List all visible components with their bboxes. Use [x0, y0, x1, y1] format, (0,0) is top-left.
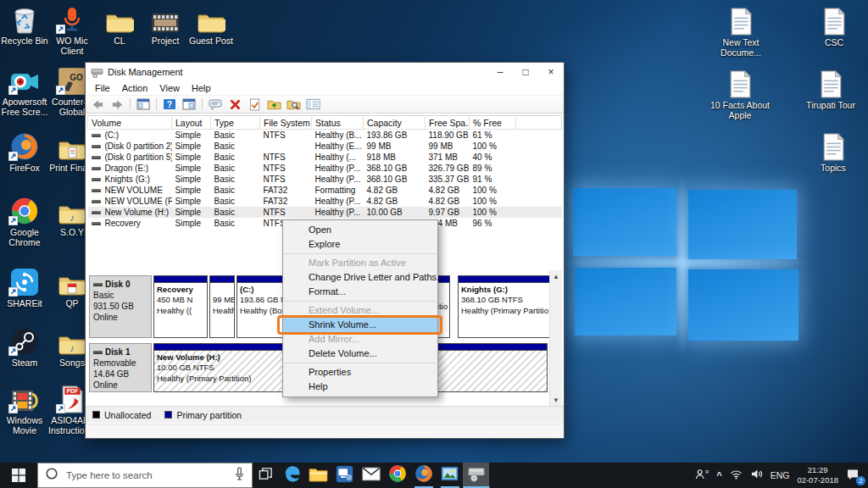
context-menu-item-properties[interactable]: Properties	[283, 365, 437, 380]
menu-help[interactable]: Help	[186, 83, 217, 93]
context-menu-item-open[interactable]: Open	[283, 223, 437, 237]
desktop-icon-guest-post[interactable]: Guest Post	[188, 3, 234, 46]
volume-icon	[92, 200, 101, 203]
vertical-scrollbar[interactable]: ▲ ▼	[549, 270, 562, 406]
cell-volume: (C:)	[88, 130, 172, 141]
partition-knights-g[interactable]: Knights (G:)368.10 GB NTFSHealthy (Prima…	[458, 275, 555, 338]
shortcut-arrow-icon	[8, 347, 18, 356]
taskbar-task-view[interactable]	[253, 463, 279, 488]
desktop-icon-cl[interactable]: CL	[97, 3, 142, 46]
delete-icon[interactable]	[226, 97, 243, 112]
desktop-icon-steam[interactable]: Steam	[1, 325, 48, 368]
disk-label-disk-0[interactable]: Disk 0Basic931.50 GBOnline	[89, 275, 152, 338]
desktop-icon-csc[interactable]: CSC	[804, 5, 865, 47]
volume-row-knights-g[interactable]: Knights (G:)SimpleBasicNTFSHealthy (P...…	[88, 174, 562, 185]
desktop-icon-wo-mic-client[interactable]: WO Mic Client	[48, 3, 96, 57]
column-header-file-system[interactable]: File System	[260, 116, 312, 130]
column-header-status[interactable]: Status	[312, 116, 364, 130]
volume-row-dragon-e[interactable]: Dragon (E:)SimpleBasicNTFSHealthy (P...3…	[88, 163, 562, 174]
volume-row-new-volume[interactable]: NEW VOLUMESimpleBasicFAT32Formatting4.82…	[88, 185, 562, 196]
column-header-capacity[interactable]: Capacity	[364, 116, 426, 130]
taskbar-search-box[interactable]	[37, 463, 253, 488]
context-menu-item-help[interactable]: Help	[283, 380, 437, 394]
partition-status: Health	[213, 306, 231, 316]
menu-view[interactable]: View	[153, 83, 186, 93]
context-menu-item-shrink-volume[interactable]: Shrink Volume...	[283, 318, 437, 332]
volume-row-c[interactable]: (C:)SimpleBasicNTFSHealthy (B...193.86 G…	[88, 130, 562, 141]
menu-action[interactable]: Action	[116, 83, 154, 93]
desktop-icon-google-chrome[interactable]: Google Chrome	[1, 195, 48, 248]
cell-fs: FAT32	[260, 185, 312, 196]
column-header-type[interactable]: Type	[211, 116, 260, 130]
context-menu-item-change-drive-letter-and-paths[interactable]: Change Drive Letter and Paths...	[283, 270, 437, 285]
context-menu-item-delete-volume[interactable]: Delete Volume...	[283, 347, 437, 361]
check-list-icon[interactable]	[246, 97, 263, 112]
desktop-icon-apowersoft-free-scre[interactable]: Apowersoft Free Scre...	[1, 64, 48, 118]
folder-search-icon[interactable]	[285, 97, 302, 112]
folder-up-icon[interactable]	[265, 97, 282, 112]
notifications-icon[interactable]: 2	[846, 469, 861, 482]
taskbar-file-explorer[interactable]	[305, 463, 331, 488]
column-header-volume[interactable]: Volume	[88, 116, 172, 130]
search-mic-icon[interactable]	[234, 467, 245, 485]
desktop-icon-shareit[interactable]: SHAREit	[1, 266, 48, 308]
cell-pct: 89 %	[470, 163, 516, 174]
forward-icon[interactable]	[108, 97, 125, 112]
maximize-button[interactable]: □	[513, 63, 538, 81]
firefox-icon	[415, 464, 433, 486]
desktop-icon-new-text-docume[interactable]: New Text Docume...	[709, 5, 773, 58]
desktop-icon-10-facts-about-apple[interactable]: 10 Facts About Apple	[704, 68, 776, 121]
taskbar-management-console[interactable]	[331, 463, 358, 488]
search-input[interactable]	[64, 469, 228, 481]
details-icon[interactable]	[304, 97, 321, 112]
volume-row-disk-0-partition-2[interactable]: (Disk 0 partition 2)SimpleBasicHealthy (…	[88, 141, 562, 152]
desktop-icon-firefox[interactable]: FireFox	[1, 130, 48, 173]
context-menu-item-format[interactable]: Format...	[283, 285, 437, 299]
start-button[interactable]	[0, 463, 37, 488]
callout-icon[interactable]	[207, 97, 224, 112]
desktop-icon-windows-movie-maker[interactable]: Windows Movie Maker	[1, 383, 48, 437]
desktop-icon-recycle-bin[interactable]: Recycle Bin	[1, 3, 48, 46]
management-console-icon	[336, 465, 353, 486]
desktop-icon-topics[interactable]: Topics	[802, 130, 865, 173]
taskbar-firefox[interactable]	[410, 463, 437, 488]
people-icon[interactable]: R	[694, 468, 709, 483]
back-icon[interactable]	[89, 97, 106, 112]
volume-icon	[92, 222, 101, 225]
tray-clock[interactable]: 21:2902-07-2018	[797, 465, 838, 485]
desktop-icon-label: Tirupati Tour	[795, 100, 866, 110]
taskbar-mail[interactable]	[358, 463, 384, 488]
volume-row-disk-0-partition-5[interactable]: (Disk 0 partition 5)SimpleBasicNTFSHealt…	[88, 152, 562, 163]
scroll-down-icon[interactable]: ▼	[550, 394, 563, 406]
column-header-free-spa[interactable]: Free Spa...	[426, 116, 470, 130]
taskbar-chrome[interactable]	[384, 463, 410, 488]
tray-chevron-up-icon[interactable]: ^	[716, 470, 721, 480]
column-header-free[interactable]: % Free	[470, 116, 516, 130]
cell-capacity: 368.10 GB	[364, 163, 426, 174]
help-icon[interactable]: ?	[161, 97, 178, 112]
taskbar-photos[interactable]	[437, 463, 463, 488]
legend-label: Unallocated	[104, 410, 151, 420]
taskbar-edge[interactable]	[279, 463, 305, 488]
console-window-icon[interactable]	[181, 97, 198, 112]
partition-recovery[interactable]: Recovery450 MB NHealthy ((	[153, 275, 208, 338]
wifi-icon[interactable]	[730, 468, 743, 483]
close-button[interactable]: ×	[538, 63, 564, 81]
column-header-layout[interactable]: Layout	[172, 116, 211, 130]
desktop-icon-tirupati-tour[interactable]: Tirupati Tour	[795, 68, 866, 110]
cell-free: 335.37 GB	[426, 174, 470, 185]
menu-file[interactable]: File	[89, 83, 116, 93]
volume-row-new-volume-h[interactable]: New Volume (H:)SimpleBasicNTFSHealthy (P…	[88, 207, 562, 218]
window-titlebar[interactable]: Disk Management – □ ×	[86, 63, 564, 81]
partition-unnamed[interactable]: 99 MBHealth	[209, 275, 235, 338]
minimize-button[interactable]: –	[487, 63, 513, 81]
volume-row-new-volume-f[interactable]: NEW VOLUME (F:)SimpleBasicFAT32Healthy (…	[88, 196, 562, 207]
console-tree-icon[interactable]	[135, 97, 152, 112]
context-menu-item-explore[interactable]: Explore	[283, 237, 437, 252]
taskbar-disk-management[interactable]	[463, 463, 489, 488]
scroll-up-icon[interactable]: ▲	[550, 270, 563, 282]
language-indicator[interactable]: ENG	[771, 470, 790, 480]
volume-icon[interactable]	[750, 468, 763, 483]
disk-label-disk-1[interactable]: Disk 1Removable14.84 GBOnline	[89, 343, 152, 392]
desktop-icon-project[interactable]: Project	[142, 3, 188, 46]
